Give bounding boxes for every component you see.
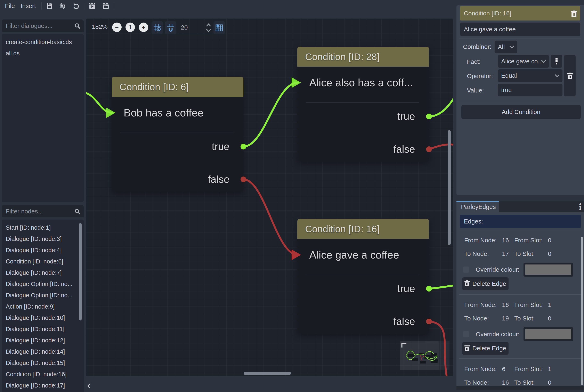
to-node-value: 16 bbox=[502, 377, 509, 386]
operator-value: Equal bbox=[501, 69, 517, 82]
fact-value: Alice gave co... bbox=[501, 55, 543, 68]
list-item[interactable]: Dialogue [ID: node:3] bbox=[2, 233, 84, 244]
fact-dropdown[interactable]: Alice gave co... bbox=[498, 55, 549, 68]
spinbox-arrows-icon[interactable] bbox=[206, 23, 211, 33]
canvas-vertical-scrollbar[interactable] bbox=[448, 130, 451, 245]
edge-c6-true-to-c28 bbox=[244, 82, 298, 146]
output-port-false[interactable] bbox=[426, 146, 432, 152]
override-colour-swatch[interactable] bbox=[524, 263, 573, 276]
reorder-icon[interactable] bbox=[59, 2, 66, 10]
list-item[interactable]: Action [ID: node:9] bbox=[2, 301, 84, 312]
list-item[interactable]: Dialogue [ID: node:4] bbox=[2, 244, 84, 256]
sidebar-collapse-chevron[interactable]: ‹ bbox=[87, 378, 91, 392]
override-colour-label: Override colour: bbox=[476, 266, 520, 273]
to-slot-label: To Slot: bbox=[514, 377, 535, 386]
from-slot-value: 1 bbox=[548, 300, 552, 310]
parley-edges-dock: ParleyEdges ••• Edges: From Node: 16 Fro… bbox=[456, 201, 584, 390]
add-condition-button[interactable]: Add Condition bbox=[462, 105, 581, 119]
list-item[interactable]: Dialogue [ID: node:15] bbox=[2, 357, 84, 369]
from-slot-value: 1 bbox=[548, 364, 552, 374]
combiner-dropdown[interactable]: All bbox=[494, 40, 517, 53]
zoom-reset-button[interactable]: 1 bbox=[126, 22, 135, 32]
list-item[interactable]: Condition [ID: node:16] bbox=[2, 369, 84, 380]
condition-name-field[interactable]: Alice gave a coffee bbox=[460, 22, 580, 36]
operator-dropdown[interactable]: Equal bbox=[498, 69, 562, 82]
override-colour-checkbox[interactable] bbox=[463, 266, 469, 273]
list-item[interactable]: create-condition-basic.ds bbox=[2, 36, 84, 48]
search-icon bbox=[74, 208, 80, 215]
input-port-arrow-icon[interactable] bbox=[106, 107, 116, 119]
menu-insert[interactable]: Insert bbox=[20, 0, 36, 12]
snap-magnet-toggle[interactable] bbox=[165, 21, 176, 34]
swatch-color bbox=[525, 329, 571, 339]
edges-header: Edges: bbox=[460, 215, 581, 228]
input-port-arrow-icon[interactable] bbox=[291, 77, 302, 89]
list-item[interactable]: Dialogue [ID: node:11] bbox=[2, 324, 84, 335]
run-dialogue-icon[interactable] bbox=[88, 2, 96, 10]
snap-distance-spinbox[interactable]: 20 bbox=[178, 21, 212, 34]
output-port-false[interactable] bbox=[240, 176, 246, 182]
override-colour-swatch[interactable] bbox=[524, 327, 573, 341]
nodes-list-scrollbar[interactable] bbox=[79, 223, 82, 320]
override-colour-label: Override colour: bbox=[476, 331, 520, 337]
tab-label: ParleyEdges bbox=[456, 202, 499, 212]
list-item[interactable]: Dialogue [ID: node:12] bbox=[2, 335, 84, 346]
list-item[interactable]: Dialogue [ID: node:17] bbox=[2, 380, 84, 391]
graph-minimap[interactable] bbox=[400, 341, 450, 370]
list-item[interactable]: all.ds bbox=[2, 48, 84, 59]
dialogues-filter bbox=[2, 20, 84, 32]
zoom-out-button[interactable]: − bbox=[112, 22, 122, 32]
output-port-true[interactable] bbox=[240, 144, 246, 150]
delete-node-icon[interactable] bbox=[571, 10, 577, 18]
edges-dock-scrollbar[interactable] bbox=[581, 237, 584, 385]
divider bbox=[459, 294, 582, 294]
to-slot-label: To Slot: bbox=[514, 248, 535, 259]
operator-label: Operator: bbox=[467, 72, 493, 80]
snap-grid-toggle[interactable] bbox=[152, 21, 163, 34]
input-port-arrow-icon[interactable] bbox=[291, 249, 302, 262]
list-item[interactable]: Dialogue Option [ID: no... bbox=[2, 290, 84, 301]
value-input[interactable]: true bbox=[498, 84, 562, 96]
chevron-down-icon bbox=[509, 46, 514, 49]
graph-canvas[interactable]: 182% − 1 + 20 Condition [ID: 6] Bob has … bbox=[86, 18, 453, 376]
graph-node-condition-6[interactable]: Condition [ID: 6] Bob has a coffee true … bbox=[112, 77, 244, 192]
dock-menu-icon[interactable]: ••• bbox=[578, 203, 582, 210]
menu-file[interactable]: File bbox=[5, 0, 15, 12]
node-title[interactable]: Condition [ID: 16] bbox=[297, 219, 429, 239]
edit-fact-button[interactable] bbox=[551, 55, 562, 68]
list-item[interactable]: Dialogue [ID: node:10] bbox=[2, 312, 84, 324]
delete-condition-button[interactable] bbox=[564, 55, 576, 96]
filter-nodes-input[interactable] bbox=[6, 205, 74, 218]
list-item[interactable]: Condition [ID: node:6] bbox=[2, 256, 84, 267]
run-scene-icon[interactable] bbox=[102, 2, 110, 10]
swatch-color bbox=[525, 264, 571, 275]
list-item[interactable]: Dialogue [ID: node:7] bbox=[2, 267, 84, 278]
tab-parley-edges[interactable]: ParleyEdges bbox=[456, 201, 499, 212]
canvas-horizontal-scrollbar[interactable] bbox=[244, 372, 291, 375]
fact-label: Fact: bbox=[467, 58, 481, 65]
output-port-true[interactable] bbox=[426, 114, 432, 119]
list-item[interactable]: Dialogue Option [ID: no... bbox=[2, 278, 84, 290]
minimap-toggle[interactable] bbox=[214, 21, 225, 34]
divider bbox=[459, 101, 581, 101]
delete-edge-button[interactable]: Delete Edge bbox=[462, 278, 508, 290]
output-port-false[interactable] bbox=[426, 318, 432, 324]
node-condition-name: Bob has a coffee bbox=[124, 100, 204, 126]
graph-node-condition-16[interactable]: Condition [ID: 16] Alice gave a coffee t… bbox=[297, 219, 429, 334]
delete-edge-button[interactable]: Delete Edge bbox=[462, 342, 508, 355]
from-node-value: 16 bbox=[502, 235, 509, 246]
list-item[interactable]: Dialogue [ID: node:14] bbox=[2, 346, 84, 357]
zoom-in-button[interactable]: + bbox=[139, 22, 148, 32]
filter-dialogues-input[interactable] bbox=[6, 20, 74, 32]
undo-icon[interactable] bbox=[72, 2, 80, 10]
list-item[interactable]: Start [ID: node:1] bbox=[2, 222, 84, 233]
override-colour-checkbox[interactable] bbox=[463, 331, 469, 337]
edge-from-row: From Node: 6 From Slot: 1 bbox=[456, 364, 584, 374]
node-title[interactable]: Condition [ID: 28] bbox=[297, 47, 429, 67]
toolbar-separator bbox=[84, 2, 84, 10]
output-port-true[interactable] bbox=[426, 286, 432, 292]
graph-node-condition-28[interactable]: Condition [ID: 28] Alice also has a coff… bbox=[297, 47, 429, 162]
node-title[interactable]: Condition [ID: 6] bbox=[112, 77, 244, 97]
save-icon[interactable] bbox=[46, 2, 53, 10]
edge-from-row: From Node: 16 From Slot: 0 bbox=[456, 235, 584, 246]
